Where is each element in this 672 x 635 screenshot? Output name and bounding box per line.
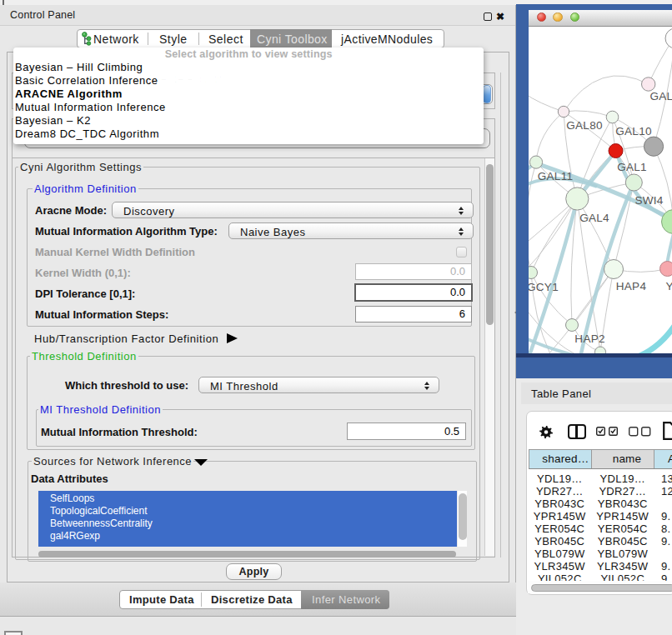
svg-text:GAL10: GAL10 bbox=[615, 125, 652, 138]
svg-text:Y: Y bbox=[665, 280, 672, 292]
svg-text:HAP2: HAP2 bbox=[574, 332, 604, 345]
svg-text:GAL7: GAL7 bbox=[650, 90, 672, 102]
svg-text:GCY1: GCY1 bbox=[529, 281, 559, 293]
svg-text:GAL11: GAL11 bbox=[538, 170, 574, 182]
svg-text:GAL1: GAL1 bbox=[617, 161, 647, 173]
svg-text:GAL80: GAL80 bbox=[566, 119, 603, 132]
svg-text:HAP4: HAP4 bbox=[616, 280, 647, 292]
svg-text:GAL4: GAL4 bbox=[579, 212, 609, 224]
svg-text:SWI4: SWI4 bbox=[634, 194, 663, 207]
